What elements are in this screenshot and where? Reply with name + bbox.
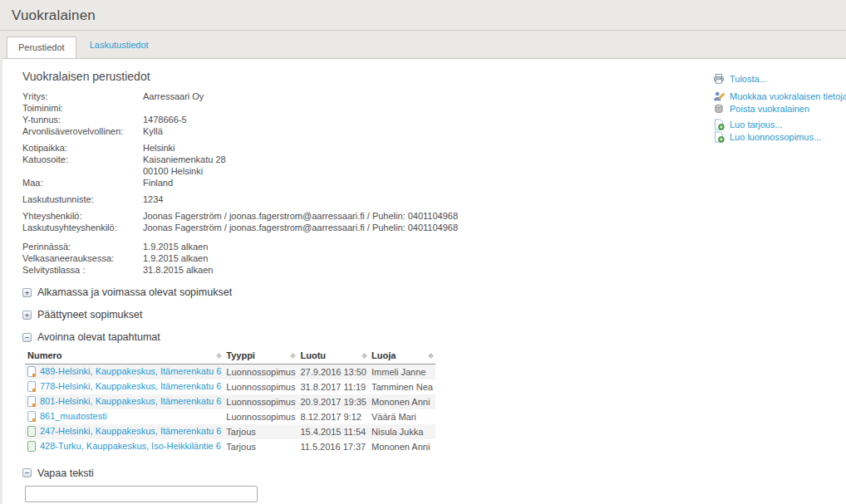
- cell-luoja: Tamminen Nea: [369, 379, 435, 394]
- cell-luoja: Immeli Janne: [369, 365, 435, 379]
- draft-document-icon: [27, 396, 36, 407]
- field-label: Yritys:: [22, 91, 143, 102]
- field-label: Y-tunnus:: [22, 114, 143, 125]
- edit-user-icon: [713, 91, 725, 102]
- action-label: Luo luonnossopimus...: [730, 132, 821, 142]
- content-panel: Vuokralaisen perustiedot Yritys:Aarressa…: [2, 58, 846, 504]
- cell-tyyppi: Tarjous: [224, 424, 298, 439]
- table-header-row: Numero Tyyppi Luotu Luoja: [25, 349, 435, 365]
- field-value: Kyllä: [143, 125, 163, 137]
- field-label: Katuosoite:: [22, 154, 143, 177]
- field-label: Arvonlisäverovelvollinen:: [22, 125, 143, 137]
- free-text-input[interactable]: [25, 486, 258, 502]
- table-row: 778-Helsinki, Kauppakeskus, Itämerenkatu…: [25, 379, 435, 394]
- sort-icon[interactable]: [428, 353, 434, 359]
- field-row-yhteyshenkilo: Yhteyshenkilö:Joonas Fagerström / joonas…: [22, 210, 687, 222]
- section-ended-contracts[interactable]: Päättyneet sopimukset: [22, 309, 687, 321]
- field-row-maa: Maa:Finland: [22, 177, 687, 188]
- field-value: Finland: [143, 177, 173, 188]
- details-heading: Vuokralaisen perustiedot: [22, 70, 687, 83]
- create-draft-contract-action[interactable]: Luo luonnossopimus...: [713, 130, 846, 143]
- address-line-1: Kaisaniemenkatu 28: [143, 154, 226, 165]
- section-free-text[interactable]: Vapaa teksti: [22, 467, 687, 479]
- section-title: Päättyneet sopimukset: [37, 309, 142, 321]
- draft-document-icon: [27, 411, 36, 422]
- cell-luotu: 27.9.2016 13:50: [298, 365, 369, 379]
- field-value: Helsinki: [143, 142, 175, 154]
- field-row-laskutustunniste: Laskutustunniste:1234: [22, 193, 687, 205]
- field-label: Kotipaikka:: [22, 142, 143, 154]
- event-link[interactable]: 489-Helsinki, Kauppakeskus, Itämerenkatu…: [40, 366, 221, 376]
- tab-laskutustiedot[interactable]: Laskutustiedot: [76, 35, 162, 57]
- table-row: 428-Turku, Kauppakeskus, Iso-Heikkilänti…: [25, 439, 435, 454]
- field-label: Yhteyshenkilö:: [22, 210, 143, 222]
- open-events-table: Numero Tyyppi Luotu Luoja 489-Helsinki, …: [25, 349, 435, 454]
- tab-perustiedot[interactable]: Perustiedot: [7, 37, 76, 58]
- event-link[interactable]: 247-Helsinki, Kauppakeskus, Itämerenkatu…: [40, 426, 221, 436]
- field-label: Selvitystilassa :: [22, 264, 143, 276]
- field-value: 1.9.2015 alkaen: [143, 252, 208, 264]
- cell-luoja: Väärä Mari: [369, 409, 435, 424]
- cell-luotu: 15.4.2015 11:54: [298, 424, 369, 439]
- event-link[interactable]: 428-Turku, Kauppakeskus, Iso-Heikkilänti…: [40, 441, 221, 451]
- sort-icon[interactable]: [290, 353, 296, 359]
- section-open-events[interactable]: Avoinna olevat tapahtumat: [22, 331, 687, 343]
- address-line-2: 00100 Helsinki: [143, 165, 226, 177]
- field-label: Laskutusyhteyshenkilö:: [22, 222, 143, 233]
- edit-tenant-action[interactable]: Muokkaa vuokralaisen tietoja...: [713, 90, 846, 102]
- field-label: Velkasaneerauksessa:: [22, 252, 143, 264]
- cell-luoja: Nisula Jukka: [369, 424, 435, 439]
- field-value: Joonas Fagerström / joonas.fagerstrom@aa…: [143, 222, 458, 233]
- event-link[interactable]: 778-Helsinki, Kauppakeskus, Itämerenkatu…: [40, 381, 221, 391]
- expand-icon[interactable]: [22, 288, 32, 297]
- table-row: 801-Helsinki, Kauppakeskus, Itämerenkatu…: [25, 394, 435, 409]
- page-title: Vuokralainen: [0, 0, 846, 24]
- table-row: 489-Helsinki, Kauppakeskus, Itämerenkatu…: [25, 365, 435, 379]
- action-label: Tulosta...: [730, 74, 767, 84]
- event-link[interactable]: 801-Helsinki, Kauppakeskus, Itämerenkatu…: [40, 396, 221, 406]
- section-active-contracts[interactable]: Alkamassa ja voimassa olevat sopimukset: [22, 286, 687, 298]
- sort-icon[interactable]: [362, 353, 367, 359]
- cell-luoja: Mononen Anni: [369, 394, 435, 409]
- column-header-tyyppi[interactable]: Tyyppi: [224, 349, 298, 365]
- field-value: 1.9.2015 alkaen: [143, 241, 208, 252]
- table-row: 861_muutostesti Luonnossopimus 8.12.2017…: [25, 409, 435, 424]
- collapse-icon[interactable]: [22, 468, 32, 477]
- offer-document-icon: [27, 426, 36, 437]
- field-row-yritys: Yritys:Aarressaari Oy: [22, 91, 687, 102]
- main-column: Vuokralaisen perustiedot Yritys:Aarressa…: [22, 59, 687, 502]
- action-label: Muokkaa vuokralaisen tietoja...: [730, 91, 846, 101]
- delete-icon: [713, 103, 725, 115]
- table-row: 247-Helsinki, Kauppakeskus, Itämerenkatu…: [25, 424, 435, 439]
- expand-icon[interactable]: [22, 311, 32, 320]
- field-label: Toiminimi:: [22, 102, 143, 114]
- field-row-laskutusyhteyshenkilo: Laskutusyhteyshenkilö:Joonas Fagerström …: [22, 222, 687, 233]
- field-row-selvitystilassa: Selvitystilassa :31.8.2015 alkaen: [22, 264, 687, 276]
- actions-sidebar: Tulosta... Muokkaa vuokralaisen tietoja.…: [713, 72, 846, 143]
- delete-tenant-action[interactable]: Poista vuokralainen: [713, 102, 846, 115]
- action-label: Poista vuokralainen: [730, 104, 809, 114]
- column-header-numero[interactable]: Numero: [25, 349, 224, 365]
- section-title: Alkamassa ja voimassa olevat sopimukset: [37, 286, 232, 298]
- sort-icon[interactable]: [216, 353, 222, 359]
- draft-document-icon: [27, 366, 36, 377]
- column-header-luoja[interactable]: Luoja: [369, 349, 435, 365]
- cell-luotu: 8.12.2017 9:12: [298, 409, 369, 424]
- field-row-toiminimi: Toiminimi:: [22, 102, 687, 114]
- event-link[interactable]: 861_muutostesti: [40, 411, 107, 421]
- column-header-luotu[interactable]: Luotu: [298, 349, 369, 365]
- print-action[interactable]: Tulosta...: [713, 72, 846, 85]
- section-title: Avoinna olevat tapahtumat: [37, 331, 160, 343]
- cell-tyyppi: Luonnossopimus: [224, 379, 298, 394]
- collapse-icon[interactable]: [22, 333, 32, 342]
- field-value: Aarressaari Oy: [143, 91, 204, 102]
- field-row-alv: Arvonlisäverovelvollinen:Kyllä: [22, 125, 687, 137]
- tenant-details: Yritys:Aarressaari Oy Toiminimi: Y-tunnu…: [22, 91, 687, 276]
- field-value: 31.8.2015 alkaen: [143, 264, 213, 276]
- cell-luotu: 11.5.2016 17:37: [298, 439, 369, 454]
- tab-bar: Perustiedot Laskutustiedot: [0, 31, 846, 57]
- field-row-ytunnus: Y-tunnus:1478666-5: [22, 114, 687, 125]
- field-label: Maa:: [22, 177, 143, 188]
- field-value: 1234: [143, 193, 163, 205]
- create-offer-action[interactable]: Luo tarjous...: [713, 118, 846, 130]
